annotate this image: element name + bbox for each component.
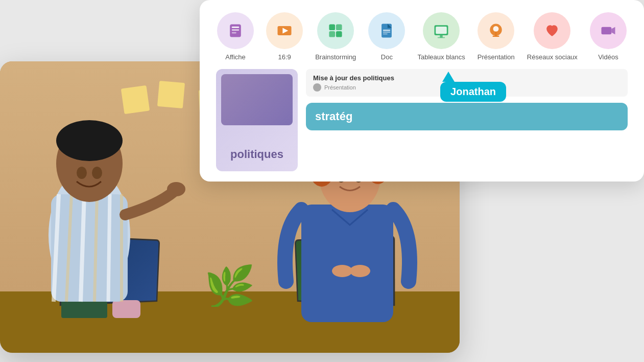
template-label-reseaux-sociaux: Réseaux sociaux [527,53,578,61]
politique-dot [313,83,321,92]
svg-rect-36 [383,32,390,33]
svg-point-10 [77,167,87,179]
template-label-doc: Doc [381,53,393,61]
svg-rect-30 [336,24,342,30]
svg-rect-25 [232,29,239,31]
preview-card-politiques: politiques [216,69,298,171]
svg-point-9 [56,120,123,161]
svg-point-12 [167,182,185,196]
svg-point-22 [350,265,370,277]
template-icons-row: Affiche16:9BrainstormingDocTableaux blan… [216,12,628,61]
svg-point-21 [332,265,352,277]
cursor-triangle [442,72,455,82]
template-item-16-9[interactable]: 16:9 [266,12,303,61]
svg-rect-29 [329,24,336,30]
strateg-card: stratég [306,103,628,130]
template-icon-presentation [478,12,514,49]
svg-point-11 [92,167,102,179]
svg-rect-26 [232,32,236,34]
svg-rect-39 [436,27,447,34]
template-label-tableaux-blancs: Tableaux blancs [417,53,465,61]
politiques-text: politiques [216,148,298,161]
svg-marker-45 [611,27,615,34]
plant-decoration: 🌿 [204,267,255,308]
svg-rect-1 [51,194,128,302]
template-icon-affiche [217,12,254,49]
person-left-svg [10,92,194,322]
strateg-text: stratég [315,110,618,123]
svg-rect-35 [383,30,390,31]
template-icon-videos [590,12,627,49]
svg-point-43 [493,26,499,32]
content-preview: politiques Mise à jour des politiques Pr… [216,69,628,171]
cursor-area: Jonathan [440,72,506,102]
template-item-reseaux-sociaux[interactable]: Réseaux sociaux [527,12,578,61]
template-label-brainstorming: Brainstorming [315,53,356,61]
template-icon-brainstorming [317,12,354,49]
template-label-presentation: Présentation [478,53,515,61]
jonathan-badge: Jonathan [440,82,506,102]
template-icon-doc [368,12,405,49]
svg-rect-37 [383,33,388,34]
svg-rect-32 [336,31,342,37]
svg-rect-44 [601,27,611,34]
template-item-doc[interactable]: Doc [368,12,405,61]
template-item-presentation[interactable]: Présentation [478,12,515,61]
template-label-videos: Vidéos [598,53,618,61]
template-label-16-9: 16:9 [278,53,291,61]
template-item-brainstorming[interactable]: Brainstorming [315,12,356,61]
template-item-videos[interactable]: Vidéos [590,12,627,61]
svg-line-6 [108,194,110,302]
svg-rect-24 [232,27,239,28]
svg-rect-41 [438,37,445,38]
template-icon-16-9 [266,12,303,49]
template-item-affiche[interactable]: Affiche [217,12,254,61]
template-icon-reseaux-sociaux [534,12,570,49]
svg-rect-31 [329,31,336,37]
template-label-affiche: Affiche [225,53,246,61]
main-scene: 🌿 [0,0,644,362]
template-item-tableaux-blancs[interactable]: Tableaux blancs [417,12,465,61]
template-icon-tableaux-blancs [423,12,460,49]
ui-card: Affiche16:9BrainstormingDocTableaux blan… [200,0,644,182]
